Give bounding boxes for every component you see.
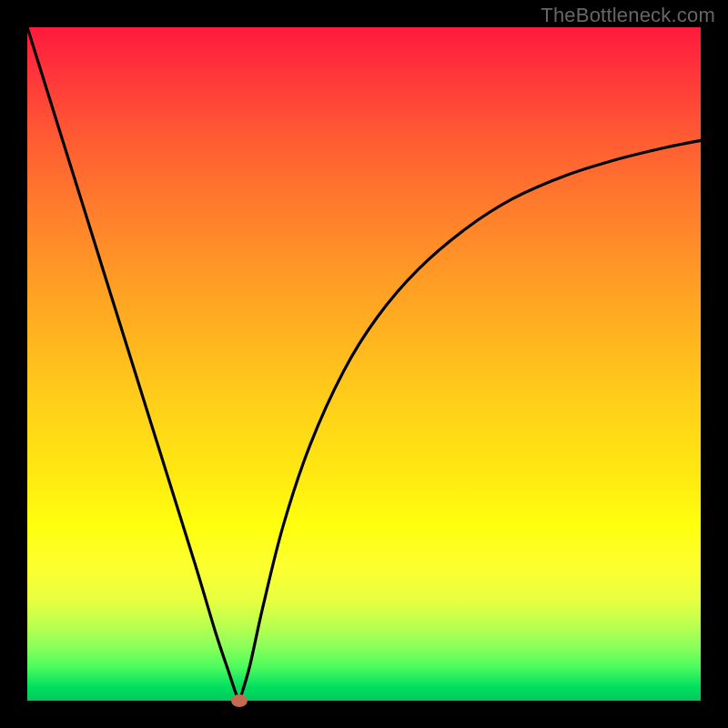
chart-frame: TheBottleneck.com [0, 0, 728, 728]
minimum-marker [231, 694, 248, 707]
watermark-text: TheBottleneck.com [541, 4, 715, 27]
bottleneck-curve [27, 27, 701, 701]
curve-path [27, 27, 701, 703]
plot-area [27, 27, 701, 701]
